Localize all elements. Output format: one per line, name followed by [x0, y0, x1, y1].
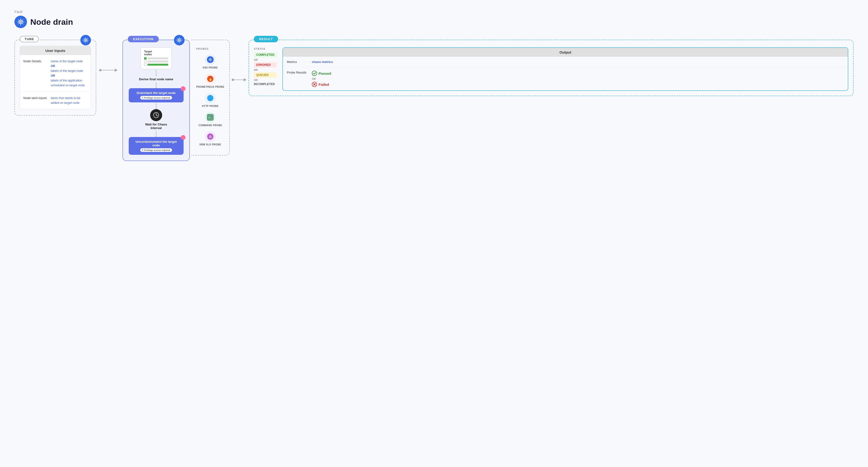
- tune-section: TUNE User Inputs Node Details name of th…: [14, 40, 96, 115]
- tune-badge: TUNE: [20, 36, 39, 42]
- node-taint-label: Node taint inputs: [23, 96, 48, 105]
- user-inputs-header: User Inputs: [20, 46, 91, 55]
- probe-results-label: Probe Results: [287, 71, 308, 74]
- uncordon-priv-badge: ℹ Privilege access required: [140, 148, 172, 152]
- passed-badge: Passed: [312, 71, 331, 76]
- status-or-3: OR: [254, 78, 277, 81]
- metrics-label: Metrics: [287, 60, 308, 64]
- small-arrow-head: [244, 78, 247, 81]
- node-checkbox-row-2: [144, 60, 168, 63]
- node-checkbox-row-3: [144, 63, 168, 66]
- svg-point-5: [85, 40, 86, 41]
- tune-to-execution-arrow: [96, 68, 121, 72]
- arrow-line: [100, 70, 115, 70]
- prometheus-probe-item: 🔥 PROMETHEUS PROBE: [196, 73, 224, 88]
- command-probe-icon: >_: [205, 112, 216, 123]
- output-header: Output: [283, 48, 848, 57]
- drain-priv-badge: ℹ Privilege access required: [140, 96, 172, 100]
- svg-text:🔥: 🔥: [208, 77, 213, 81]
- k8s-probe-item: K8S PROBE: [196, 54, 224, 69]
- probe-results-values: Passed OR Failed: [312, 71, 331, 87]
- dashed-line-3: [156, 103, 156, 109]
- http-probe-item: 🌐 HTTP PROBE: [196, 93, 224, 107]
- drain-taint-wrapper: Drain/taint the target node ℹ Privilege …: [129, 88, 184, 102]
- metrics-value: chaos metrics: [312, 60, 333, 64]
- user-inputs-card: User Inputs Node Details name of the tar…: [20, 46, 91, 109]
- uncordon-button[interactable]: Uncordon/untaint the target node ℹ Privi…: [129, 137, 184, 155]
- dashed-line-1: [156, 70, 156, 76]
- node-taint-values: taints that needs to be added on target …: [51, 96, 87, 105]
- metrics-row: Metrics chaos metrics: [283, 57, 848, 67]
- execution-badge: EXECUTION: [128, 36, 159, 42]
- target-nodes-title: Targetnodes: [144, 50, 168, 56]
- passed-text: Passed: [318, 71, 331, 75]
- http-probe-name: HTTP PROBE: [202, 105, 218, 107]
- prometheus-probe-name: PROMETHEUS PROBE: [196, 86, 224, 88]
- svg-text:♻: ♻: [209, 135, 212, 139]
- priv-icon-1: ℹ: [142, 96, 143, 99]
- target-nodes-wrapper: Targetnodes: [141, 47, 172, 69]
- node-line-1: [148, 58, 168, 59]
- result-section: RESULT STATUS COMPLETED OR ERRORED OR QU…: [249, 40, 854, 96]
- srm-probe-item: ♻ SRM SLO PROBE: [196, 131, 224, 146]
- dashed-line-4: [156, 131, 156, 137]
- tune-k8s-icon: [80, 35, 91, 45]
- node-details-row: Node Details name of the target node OR …: [20, 55, 91, 92]
- drain-taint-button[interactable]: Drain/taint the target node ℹ Privilege …: [129, 88, 184, 102]
- priv-icon-2: ℹ: [142, 149, 143, 152]
- passed-icon: [312, 71, 317, 76]
- kubernetes-icon: [14, 15, 27, 28]
- node-checkbox-1: [144, 57, 147, 60]
- failed-badge: Failed: [312, 82, 331, 87]
- k8s-probe-icon: [205, 54, 216, 65]
- status-completed: COMPLETED: [254, 52, 277, 58]
- probes-section: PROBES K8S PROBE 🔥 PROMETHEUS P: [191, 40, 230, 156]
- svg-text:🌐: 🌐: [208, 96, 213, 100]
- fault-label: Fault: [14, 10, 854, 14]
- srm-probe-name: SRM SLO PROBE: [199, 143, 221, 146]
- execution-section: EXECUTION Targetnodes: [122, 40, 190, 161]
- node-details-label: Node Details: [23, 59, 48, 88]
- target-nodes-card: Targetnodes: [141, 47, 172, 69]
- status-label: STATUS: [254, 47, 277, 50]
- node-checkbox-3: [144, 63, 147, 66]
- status-errored: ERRORED: [254, 62, 277, 68]
- http-probe-icon: 🌐: [205, 93, 216, 104]
- node-line-3: [148, 64, 168, 66]
- small-arrow-circle: [232, 78, 234, 81]
- probe-results-row: Probe Results Passed OR: [283, 67, 848, 90]
- k8s-probe-name: K8S PROBE: [203, 66, 218, 69]
- or-label: OR: [312, 77, 331, 80]
- dashed-line-2: [156, 82, 156, 88]
- status-or-2: OR: [254, 68, 277, 71]
- node-taint-row: Node taint inputs taints that needs to b…: [20, 92, 91, 109]
- svg-text:>_: >_: [208, 116, 212, 119]
- node-line-2: [148, 61, 168, 63]
- prometheus-probe-icon: 🔥: [205, 73, 216, 85]
- status-or-1: OR: [254, 58, 277, 61]
- failed-text: Failed: [318, 82, 329, 87]
- svg-point-21: [312, 71, 317, 76]
- result-badge: RESULT: [254, 36, 278, 42]
- page-title: Node drain: [30, 17, 73, 27]
- arrow-head: [115, 68, 118, 72]
- status-queued: QUEUED: [254, 72, 277, 78]
- probes-to-result-arrow: [230, 78, 249, 81]
- uncordon-wrapper: Uncordon/untaint the target node ℹ Privi…: [129, 137, 184, 155]
- clock-icon: [150, 109, 162, 121]
- result-inner-row: STATUS COMPLETED OR ERRORED OR QUEUED OR…: [254, 47, 848, 91]
- svg-point-2: [20, 21, 22, 23]
- execution-k8s-icon: [174, 35, 185, 45]
- svg-point-12: [210, 59, 211, 60]
- srm-probe-icon: ♻: [205, 131, 216, 142]
- status-incompleted: INCOMPLETED: [254, 82, 277, 86]
- command-probe-item: >_ COMMAND PROBE: [196, 112, 224, 127]
- derive-node-label: Derive final node name: [139, 77, 173, 81]
- svg-point-8: [179, 40, 180, 41]
- small-arrow-line: [234, 79, 244, 80]
- drain-pink-dot: [181, 86, 185, 91]
- node-details-values: name of the target node OR labels of the…: [51, 59, 87, 88]
- status-list: COMPLETED OR ERRORED OR QUEUED OR INCOMP…: [254, 52, 277, 86]
- uncordon-pink-dot: [181, 135, 185, 140]
- node-checkbox-row: [144, 57, 168, 60]
